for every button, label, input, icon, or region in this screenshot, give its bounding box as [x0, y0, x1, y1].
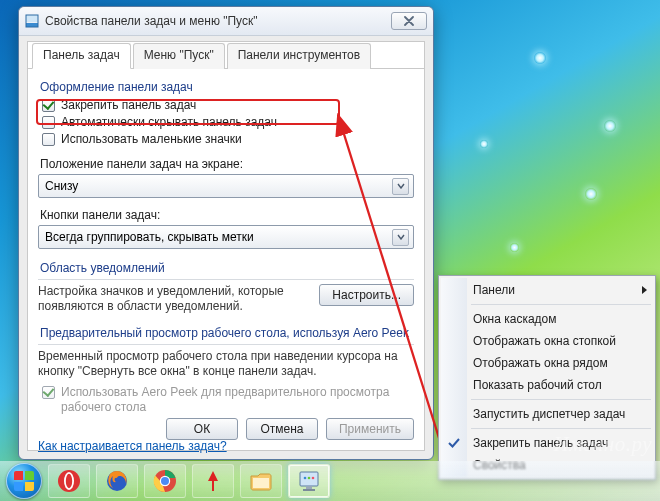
mi-stack[interactable]: Отображать окна стопкой — [441, 330, 653, 352]
tab-bar: Панель задач Меню "Пуск" Панели инструме… — [28, 42, 424, 69]
taskbar[interactable] — [0, 461, 660, 501]
group-aero-title: Предварительный просмотр рабочего стола,… — [40, 326, 414, 340]
group-appearance-title: Оформление панели задач — [40, 80, 414, 94]
customize-button[interactable]: Настроить... — [319, 284, 414, 306]
buttons-label: Кнопки панели задач: — [40, 208, 414, 222]
pinned-yandex[interactable] — [192, 464, 234, 498]
svg-rect-11 — [253, 478, 269, 488]
check-icon — [447, 436, 461, 450]
close-button[interactable] — [391, 12, 427, 30]
window-icon — [25, 14, 39, 28]
window-title: Свойства панели задач и меню "Пуск" — [45, 14, 391, 28]
buttons-value: Всегда группировать, скрывать метки — [45, 230, 254, 244]
pinned-chrome[interactable] — [144, 464, 186, 498]
tab-page-taskbar: Оформление панели задач Закрепить панель… — [38, 76, 414, 404]
mi-lock-taskbar[interactable]: Закрепить панель задач — [441, 432, 653, 454]
tab-taskbar[interactable]: Панель задач — [32, 43, 131, 69]
aero-peek-label: Использовать Aero Peek для предварительн… — [61, 385, 414, 415]
small-icons-label: Использовать маленькие значки — [61, 132, 242, 147]
help-link[interactable]: Как настраивается панель задач? — [38, 439, 227, 453]
autohide-row[interactable]: Автоматически скрывать панель задач — [42, 115, 414, 130]
lock-taskbar-checkbox[interactable] — [42, 99, 55, 112]
svg-rect-14 — [303, 489, 315, 491]
control-panel-icon — [297, 469, 321, 493]
yandex-icon — [201, 469, 225, 493]
buttons-combo[interactable]: Всегда группировать, скрывать метки — [38, 225, 414, 249]
lock-taskbar-label: Закрепить панель задач — [61, 98, 196, 113]
start-button[interactable] — [6, 463, 42, 499]
dialog-body: Панель задач Меню "Пуск" Панели инструме… — [27, 41, 425, 451]
mi-taskmgr[interactable]: Запустить диспетчер задач — [441, 403, 653, 425]
mi-show-desktop[interactable]: Показать рабочий стол — [441, 374, 653, 396]
svg-point-6 — [66, 474, 72, 488]
firefox-icon — [105, 469, 129, 493]
autohide-checkbox[interactable] — [42, 116, 55, 129]
svg-rect-0 — [26, 23, 38, 27]
notif-desc: Настройка значков и уведомлений, которые… — [38, 284, 309, 314]
cancel-button[interactable]: Отмена — [246, 418, 318, 440]
aero-peek-checkbox — [42, 386, 55, 399]
ok-button[interactable]: ОК — [166, 418, 238, 440]
apply-button[interactable]: Применить — [326, 418, 414, 440]
small-icons-checkbox[interactable] — [42, 133, 55, 146]
svg-rect-13 — [306, 486, 312, 489]
svg-rect-1 — [26, 15, 38, 22]
taskbar-properties-dialog: Свойства панели задач и меню "Пуск" Пане… — [18, 6, 434, 460]
titlebar[interactable]: Свойства панели задач и меню "Пуск" — [19, 7, 433, 36]
small-icons-row[interactable]: Использовать маленькие значки — [42, 132, 414, 147]
chevron-down-icon — [392, 178, 409, 195]
position-label: Положение панели задач на экране: — [40, 157, 414, 171]
pinned-firefox[interactable] — [96, 464, 138, 498]
position-combo[interactable]: Снизу — [38, 174, 414, 198]
svg-point-10 — [161, 477, 169, 485]
aero-desc: Временный просмотр рабочего стола при на… — [38, 349, 414, 379]
aero-peek-row: Использовать Aero Peek для предварительн… — [42, 385, 414, 415]
svg-point-16 — [308, 477, 311, 480]
chrome-icon — [153, 469, 177, 493]
mi-side-by-side[interactable]: Отображать окна рядом — [441, 352, 653, 374]
chevron-down-icon — [392, 229, 409, 246]
opera-icon — [57, 469, 81, 493]
dialog-buttons: ОК Отмена Применить — [166, 418, 414, 440]
position-value: Снизу — [45, 179, 78, 193]
tab-start-menu[interactable]: Меню "Пуск" — [133, 43, 225, 69]
pinned-explorer[interactable] — [240, 464, 282, 498]
autohide-label: Автоматически скрывать панель задач — [61, 115, 277, 130]
svg-point-15 — [304, 477, 307, 480]
mi-panels[interactable]: Панели — [441, 279, 653, 301]
tab-toolbars[interactable]: Панели инструментов — [227, 43, 371, 69]
folder-icon — [249, 469, 273, 493]
pinned-opera[interactable] — [48, 464, 90, 498]
lock-taskbar-row[interactable]: Закрепить панель задач — [42, 98, 414, 113]
pinned-control-panel[interactable] — [288, 464, 330, 498]
taskbar-context-menu: Панели Окна каскадом Отображать окна сто… — [438, 275, 656, 480]
mi-cascade[interactable]: Окна каскадом — [441, 308, 653, 330]
svg-point-17 — [312, 477, 315, 480]
group-notif-title: Область уведомлений — [40, 261, 414, 275]
